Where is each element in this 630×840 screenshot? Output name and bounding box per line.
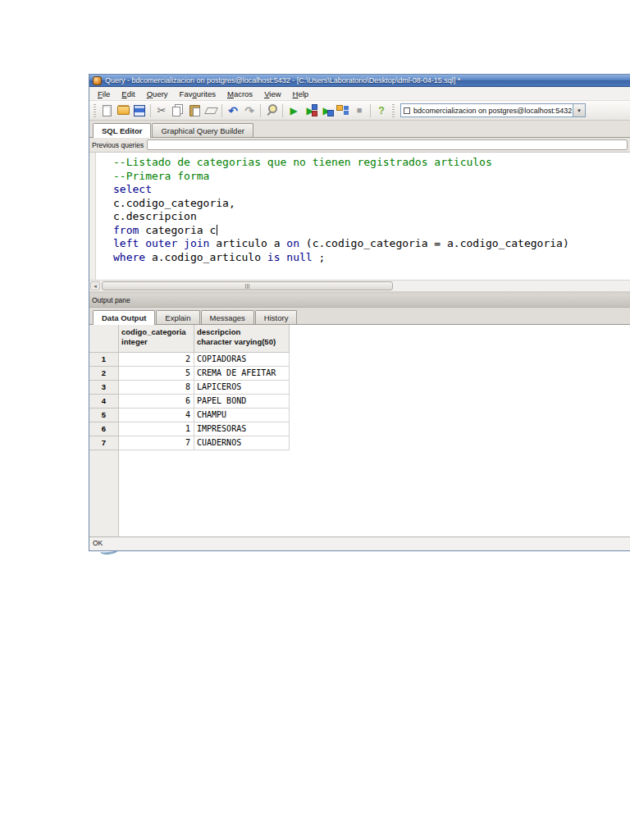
sql-plain: (c.codigo_categoria = a.codigo_categoria… (299, 237, 569, 249)
cut-button[interactable]: ✂ (153, 103, 170, 119)
row-number[interactable]: 6 (89, 422, 119, 436)
menu-macros[interactable]: Macros (221, 88, 258, 100)
sql-line: select (113, 183, 630, 197)
grid-cell[interactable]: CUADERNOS (194, 436, 290, 450)
grid-cell[interactable]: 5 (119, 367, 194, 381)
output-pane-label: Output pane (92, 296, 130, 304)
editor-margin (89, 153, 96, 280)
tab-history[interactable]: History (255, 310, 298, 324)
cut-icon: ✂ (155, 103, 169, 117)
column-header-descripcion[interactable]: descripcioncharacter varying(50) (194, 325, 290, 353)
table-row: 77CUADERNOS (89, 436, 630, 450)
tab-explain[interactable]: Explain (156, 310, 199, 324)
row-number[interactable]: 5 (89, 409, 119, 422)
copy-button[interactable] (170, 103, 186, 119)
sql-line: --Listado de categorias que no tienen re… (113, 156, 630, 170)
grid-cell[interactable]: 8 (119, 381, 194, 395)
sql-keyword: on (286, 237, 299, 249)
row-number[interactable]: 2 (89, 367, 119, 381)
grid-cell[interactable]: LAPICEROS (194, 381, 290, 395)
execute-to-file-icon: ▶ (320, 103, 334, 117)
sql-line: where a.codigo_articulo is null ; (113, 251, 630, 265)
sql-plain: c.descripcion (113, 210, 197, 222)
toolbar-separator (282, 104, 283, 117)
menu-query[interactable]: Query (141, 88, 174, 100)
menu-view[interactable]: View (258, 88, 286, 100)
grid-cell[interactable]: COPIADORAS (194, 353, 290, 367)
toolbar-buttons: ✂↶↷▶▶▶■? (98, 103, 390, 119)
grid-cell[interactable]: 7 (119, 436, 194, 450)
grid-cell[interactable]: IMPRESORAS (194, 422, 290, 436)
grid-cell[interactable]: 4 (119, 409, 194, 422)
previous-queries-combobox[interactable] (147, 139, 628, 150)
sql-editor[interactable]: --Listado de categorias que no tienen re… (89, 153, 630, 280)
grid-cell[interactable]: 2 (119, 353, 194, 367)
sql-plain: categoria c (139, 224, 216, 236)
menu-edit[interactable]: Edit (116, 88, 140, 100)
output-tab-strip: Data OutputExplainMessagesHistory (89, 308, 630, 325)
tab-messages[interactable]: Messages (201, 310, 254, 324)
menu-help[interactable]: Help (287, 88, 315, 100)
table-row: 46PAPEL BOND (89, 395, 630, 409)
column-header-codigo-categoria[interactable]: codigo_categoriainteger (119, 325, 194, 353)
execute-pgscript-button[interactable]: ▶ (302, 103, 318, 119)
status-bar: OK (89, 536, 630, 550)
grid-corner-cell[interactable] (89, 325, 119, 353)
connection-value: bdcomercializacion on postgres@localhost… (413, 107, 573, 115)
find-icon (265, 103, 279, 117)
sql-line: from categoria c (113, 224, 630, 238)
find-button[interactable] (263, 103, 280, 119)
new-file-button[interactable] (98, 103, 115, 119)
grid-cell[interactable]: PAPEL BOND (194, 395, 290, 409)
toolbar-gripper[interactable] (94, 104, 96, 117)
row-number[interactable]: 3 (89, 381, 119, 395)
help-button[interactable]: ? (373, 103, 390, 119)
sql-plain: c.codigo_categoria, (113, 197, 235, 209)
save-file-button[interactable] (131, 103, 148, 119)
undo-icon: ↶ (226, 103, 240, 117)
sql-keyword: is null (267, 251, 313, 263)
connection-combobox[interactable]: bdcomercializacion on postgres@localhost… (400, 103, 586, 117)
hscrollbar-thumb[interactable] (102, 281, 393, 290)
sql-keyword: select (113, 183, 152, 195)
clear-window-button[interactable] (203, 103, 219, 119)
combo-gripper[interactable] (392, 104, 395, 117)
data-output-grid: codigo_categoriaintegerdescripcioncharac… (89, 325, 630, 536)
save-file-icon (133, 103, 147, 117)
table-row: 12COPIADORAS (89, 353, 630, 367)
row-number[interactable]: 7 (89, 436, 119, 450)
execute-to-file-button[interactable]: ▶ (318, 103, 335, 119)
sql-keyword: where (113, 251, 145, 263)
tab-graphical-query-builder[interactable]: Graphical Query Builder (152, 123, 253, 137)
execute-query-button[interactable]: ▶ (285, 103, 302, 119)
grid-cell[interactable]: CHAMPU (194, 409, 290, 422)
title-bar[interactable]: Query - bdcomercializacion on postgres@l… (89, 75, 630, 87)
execute-query-icon: ▶ (287, 103, 301, 117)
sql-plain: a.codigo_articulo (145, 251, 267, 263)
open-file-button[interactable] (115, 103, 131, 119)
sql-comment: --Listado de categorias que no tienen re… (113, 156, 492, 168)
explain-query-button[interactable] (335, 103, 351, 119)
table-row: 61IMPRESORAS (89, 422, 630, 436)
cancel-query-button[interactable]: ■ (351, 103, 368, 119)
chevron-down-icon[interactable]: ▼ (573, 104, 585, 116)
row-number[interactable]: 1 (89, 353, 119, 367)
explain-query-icon (336, 103, 350, 117)
redo-button[interactable]: ↷ (241, 103, 258, 119)
tab-sql-editor[interactable]: SQL Editor (93, 123, 151, 138)
paste-button[interactable] (186, 103, 203, 119)
window-title: Query - bdcomercializacion on postgres@l… (105, 76, 460, 84)
tab-data-output[interactable]: Data Output (93, 310, 155, 325)
grid-cell[interactable]: CREMA DE AFEITAR (194, 367, 290, 381)
connection-checkbox-icon[interactable] (404, 107, 410, 114)
menu-file[interactable]: File (92, 88, 116, 100)
sql-line: c.descripcion (113, 210, 630, 224)
scroll-left-icon[interactable]: ◄ (90, 281, 100, 290)
menu-favourites[interactable]: Favourites (174, 88, 221, 100)
grid-cell[interactable]: 6 (119, 395, 194, 409)
grid-cell[interactable]: 1 (119, 422, 194, 436)
editor-hscrollbar[interactable]: ◄ (89, 280, 630, 291)
undo-button[interactable]: ↶ (225, 103, 241, 119)
row-number[interactable]: 4 (89, 395, 119, 409)
sql-line: c.codigo_categoria, (113, 197, 630, 211)
